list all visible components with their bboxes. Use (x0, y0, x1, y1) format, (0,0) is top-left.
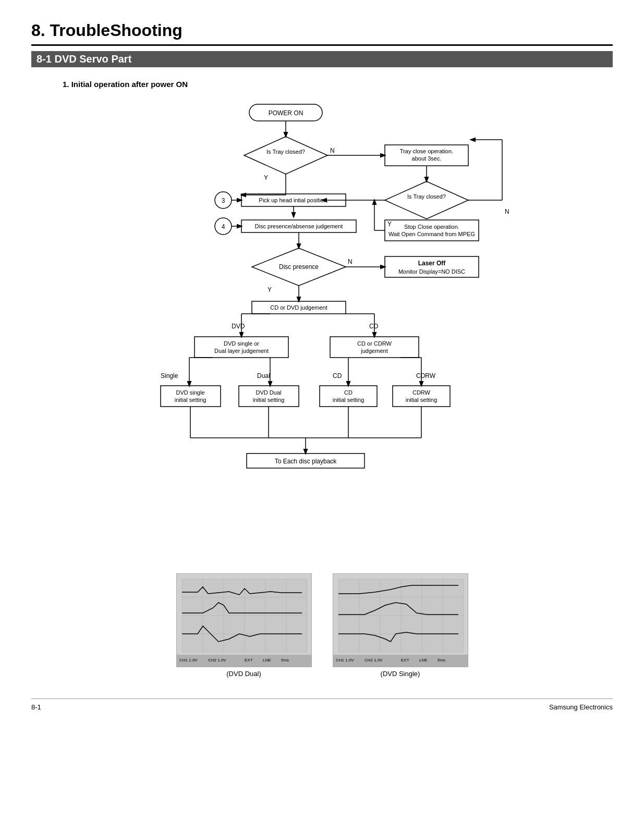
svg-text:Dual: Dual (257, 372, 270, 379)
svg-text:Pick up head intial position.: Pick up head intial position. (259, 197, 328, 203)
svg-rect-58 (330, 337, 419, 358)
svg-text:CDRW: CDRW (416, 372, 436, 379)
footer: 8-1 Samsung Electronics (31, 698, 613, 711)
svg-text:Is Tray closed?: Is Tray closed? (407, 193, 446, 200)
dvd-dual-oscilloscope: CH1 1.0V CH2 1.0V EXT LNE 5ms (176, 573, 312, 667)
svg-text:CH2 1.0V: CH2 1.0V (364, 658, 383, 663)
svg-text:5ms: 5ms (438, 658, 445, 663)
svg-marker-12 (385, 181, 468, 219)
svg-text:initial setting: initial setting (174, 397, 206, 403)
svg-rect-34 (385, 220, 479, 241)
svg-text:CD: CD (369, 323, 379, 330)
svg-text:Tray close operation.: Tray close operation. (399, 148, 453, 154)
svg-text:Y: Y (268, 286, 272, 293)
images-row: CH1 1.0V CH2 1.0V EXT LNE 5ms (DVD Dual) (31, 573, 613, 678)
svg-text:CH1 1.0V: CH1 1.0V (179, 658, 198, 663)
footer-page-number: 8-1 (31, 703, 41, 711)
svg-text:Y: Y (264, 174, 268, 181)
dvd-single-oscilloscope: CH1 1.0V CH2 1.0V EXT LNE 5ms (333, 573, 468, 667)
dvd-single-label: (DVD Single) (333, 670, 468, 678)
svg-text:initial setting: initial setting (332, 397, 364, 403)
svg-text:3: 3 (221, 197, 225, 204)
svg-text:N: N (348, 258, 353, 265)
svg-text:To Each disc playback: To Each disc playback (274, 458, 337, 465)
svg-text:DVD single: DVD single (176, 389, 204, 396)
svg-text:N: N (330, 147, 335, 154)
svg-text:CH1 1.0V: CH1 1.0V (336, 658, 354, 663)
svg-text:4: 4 (221, 223, 225, 230)
svg-text:DVD Dual: DVD Dual (256, 389, 281, 396)
svg-text:Disc presence/absense judgemen: Disc presence/absense judgement (254, 223, 343, 229)
svg-text:Y: Y (387, 220, 392, 228)
svg-text:EXT: EXT (401, 658, 409, 663)
svg-text:DVD: DVD (232, 323, 245, 330)
dvd-dual-image-container: CH1 1.0V CH2 1.0V EXT LNE 5ms (DVD Dual) (176, 573, 312, 678)
svg-text:about 3sec.: about 3sec. (411, 155, 441, 162)
svg-text:Stop Close operation.: Stop Close operation. (404, 224, 459, 230)
svg-text:Single: Single (161, 372, 178, 379)
footer-company: Samsung Electronics (549, 703, 613, 711)
svg-rect-82 (393, 386, 450, 407)
svg-text:LNE: LNE (263, 658, 271, 663)
dvd-single-image-container: CH1 1.0V CH2 1.0V EXT LNE 5ms (DVD Singl… (333, 573, 468, 678)
flowchart-svg: POWER ON Is Tray closed? N Tray close op… (108, 99, 536, 558)
svg-text:Laser Off: Laser Off (418, 260, 446, 267)
svg-text:DVD single or: DVD single or (224, 340, 259, 347)
svg-text:Disc presence: Disc presence (278, 263, 318, 271)
svg-rect-79 (320, 386, 377, 407)
svg-text:Dual layer judgement: Dual layer judgement (214, 348, 269, 354)
svg-text:LNE: LNE (419, 658, 428, 663)
svg-text:N: N (505, 208, 509, 215)
section-title: 8-1 DVD Servo Part (31, 51, 613, 67)
dvd-dual-label: (DVD Dual) (176, 670, 312, 678)
svg-marker-3 (244, 137, 327, 174)
page-title: 8. TroubleShooting (31, 21, 613, 46)
svg-text:CD or DVD judgement: CD or DVD judgement (270, 304, 327, 311)
subsection-title: 1. Initial operation after power ON (63, 80, 613, 89)
svg-rect-55 (195, 337, 288, 358)
svg-text:CD: CD (333, 372, 342, 379)
svg-text:CH2 1.0V: CH2 1.0V (208, 658, 226, 663)
svg-rect-73 (161, 386, 221, 407)
svg-text:EXT: EXT (245, 658, 253, 663)
svg-text:CDRW: CDRW (412, 389, 430, 396)
svg-text:initial setting: initial setting (405, 397, 437, 403)
svg-text:Wait Open Command from MPEG: Wait Open Command from MPEG (388, 231, 475, 237)
svg-text:Is Tray closed?: Is Tray closed? (266, 149, 305, 155)
svg-text:5ms: 5ms (281, 658, 289, 663)
svg-text:initial setting: initial setting (252, 397, 284, 403)
svg-text:CD or CDRW: CD or CDRW (357, 340, 392, 347)
flowchart-container: POWER ON Is Tray closed? N Tray close op… (31, 99, 613, 558)
svg-rect-76 (239, 386, 299, 407)
svg-text:POWER ON: POWER ON (268, 109, 303, 117)
svg-text:CD: CD (344, 389, 353, 396)
svg-text:Monitor Display=NO DISC: Monitor Display=NO DISC (398, 268, 465, 275)
svg-text:judgement: judgement (360, 348, 387, 354)
